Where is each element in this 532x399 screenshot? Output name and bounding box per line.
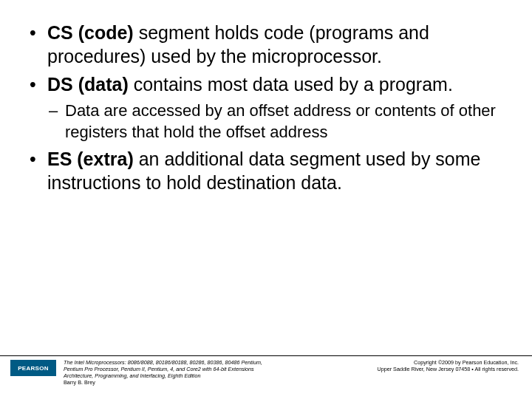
book-citation: The Intel Microprocessors: 8086/8088, 80… — [56, 359, 349, 386]
pearson-logo: PEARSON — [10, 360, 56, 376]
book-line-2: Pentium Pro Processor, Pentium II, Penti… — [64, 366, 349, 372]
sub-bullet-data-access: Data are accessed by an offset address o… — [47, 100, 505, 143]
slide-footer: PEARSON The Intel Microprocessors: 8086/… — [0, 355, 532, 386]
slide-content: CS (code) segment holds code (programs a… — [0, 0, 532, 194]
bullet-cs: CS (code) segment holds code (programs a… — [27, 21, 505, 68]
bullet-ds-text: contains most data used by a program. — [129, 74, 453, 95]
bullet-cs-bold: CS (code) — [47, 22, 134, 43]
bullet-ds-bold: DS (data) — [47, 74, 129, 95]
copyright: Copyright ©2009 by Pearson Education, In… — [349, 359, 519, 372]
book-line-1: The Intel Microprocessors: 8086/8088, 80… — [64, 359, 349, 366]
footer-rule — [0, 355, 532, 356]
slide: CS (code) segment holds code (programs a… — [0, 0, 532, 399]
bullet-ds: DS (data) contains most data used by a p… — [27, 72, 505, 143]
book-author: Barry B. Brey — [64, 379, 349, 386]
book-line-3: Architecture, Programming, and Interfaci… — [64, 372, 349, 379]
sub-bullet-list: Data are accessed by an offset address o… — [47, 100, 505, 143]
bullet-es: ES (extra) an additional data segment us… — [27, 147, 505, 194]
copyright-line-2: Upper Saddle River, New Jersey 07458 • A… — [349, 366, 519, 372]
footer-row: PEARSON The Intel Microprocessors: 8086/… — [0, 359, 532, 386]
bullet-es-bold: ES (extra) — [47, 149, 134, 169]
bullet-list: CS (code) segment holds code (programs a… — [27, 21, 505, 194]
copyright-line-1: Copyright ©2009 by Pearson Education, In… — [349, 359, 519, 366]
